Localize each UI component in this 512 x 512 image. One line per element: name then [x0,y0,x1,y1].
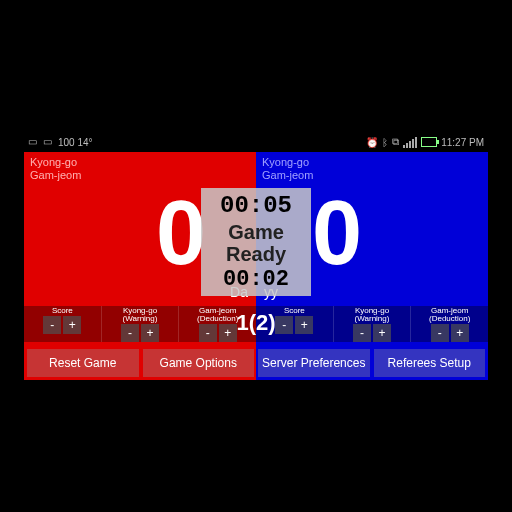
status-bar: ▭ ▭ 100 14° ⏰ ᛒ ⧉ 11:27 PM [24,132,488,152]
red-score-group: Score - + [24,306,101,342]
blue-penalty-labels: Kyong-go Gam-jeom [262,156,482,182]
blue-gamjeom-minus[interactable]: - [431,324,449,342]
red-score-label: Score [52,307,73,315]
red-gamjeom-plus[interactable]: + [219,324,237,342]
blue-kyonggo-label: Kyong-go [262,156,482,169]
blue-gamjeom-label: Gam-jeom [262,169,482,182]
red-gamjeom-minus[interactable]: - [199,324,217,342]
red-kyonggo-group: Kyong-go(Warning) - + [101,306,179,342]
game-status: Game Ready [201,219,311,267]
app-screen: ▭ ▭ 100 14° ⏰ ᛒ ⧉ 11:27 PM Kyong-go Gam-… [24,132,488,380]
blue-score: 0 [312,182,362,285]
blue-kyonggo-plus[interactable]: + [373,324,391,342]
red-score-minus[interactable]: - [43,316,61,334]
battery-icon [421,137,437,147]
game-options-button[interactable]: Game Options [143,349,255,377]
red-score: 0 [156,182,206,285]
referees-setup-button[interactable]: Referees Setup [374,349,486,377]
blue-controls: Score - + Kyong-go(Warning) - + Gam-jeom… [256,306,488,342]
signal-icon [403,137,417,148]
image-icon: ▭ [43,136,55,148]
red-score-plus[interactable]: + [63,316,81,334]
red-kyonggo-plus[interactable]: + [141,324,159,342]
alarm-icon: ⏰ [366,137,378,148]
red-controls: Score - + Kyong-go(Warning) - + Gam-jeom… [24,306,256,342]
blue-kyonggo-group: Kyong-go(Warning) - + [333,306,411,342]
blue-score-minus[interactable]: - [275,316,293,334]
red-kyonggo-minus[interactable]: - [121,324,139,342]
reset-game-button[interactable]: Reset Game [27,349,139,377]
status-time: 11:27 PM [441,137,484,148]
red-gamjeom-ctrl-label: Gam-jeom(Deduction) [197,307,238,323]
center-panel: 00:05 Game Ready 00:02 [201,188,311,296]
blue-score-label: Score [284,307,305,315]
scoreboard-main: Kyong-go Gam-jeom 0 Da Kyong-go Gam-jeom… [24,152,488,380]
blue-gamjeom-ctrl-label: Gam-jeom(Deduction) [429,307,470,323]
red-penalty-labels: Kyong-go Gam-jeom [30,156,250,182]
red-kyonggo-label: Kyong-go [30,156,250,169]
blue-kyonggo-minus[interactable]: - [353,324,371,342]
blue-gamjeom-group: Gam-jeom(Deduction) - + [410,306,488,342]
main-timer: 00:05 [201,192,311,219]
round-indicator: 1(2) [236,310,275,336]
sub-timer: 00:02 [201,267,311,292]
notification-icon: ▭ [28,136,40,148]
status-right: ⏰ ᛒ ⧉ 11:27 PM [366,136,484,148]
status-left: ▭ ▭ 100 14° [28,136,93,148]
red-gamjeom-label: Gam-jeom [30,169,250,182]
blue-gamjeom-plus[interactable]: + [451,324,469,342]
bottom-buttons: Reset Game Game Options Server Preferenc… [24,346,488,380]
blue-score-plus[interactable]: + [295,316,313,334]
wifi-icon: ⧉ [392,136,399,148]
status-line1: Game [201,221,311,243]
red-kyonggo-ctrl-label: Kyong-go(Warning) [123,307,158,323]
blue-kyonggo-ctrl-label: Kyong-go(Warning) [355,307,390,323]
server-preferences-button[interactable]: Server Preferences [258,349,370,377]
status-line2: Ready [201,243,311,265]
bluetooth-icon: ᛒ [382,137,388,148]
status-left-text: 100 14° [58,137,93,148]
